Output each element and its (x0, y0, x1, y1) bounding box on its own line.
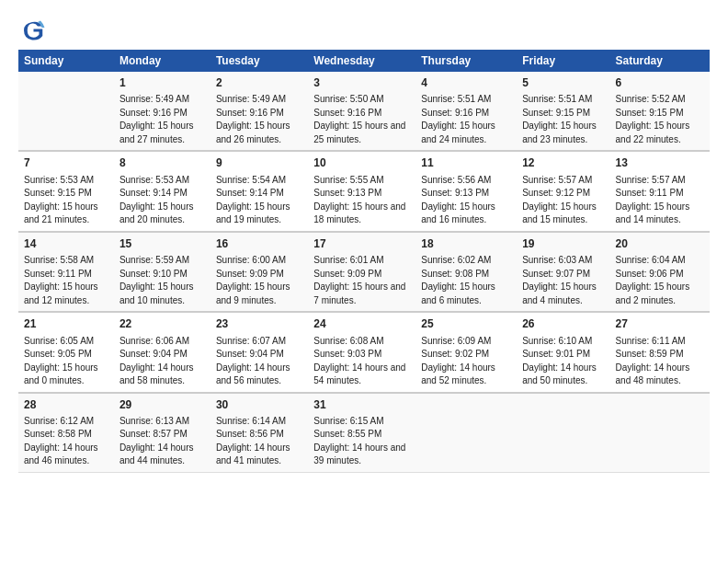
daylight: Daylight: 15 hours and 21 minutes. (24, 201, 98, 225)
sunset: Sunset: 9:04 PM (119, 349, 188, 359)
day-number: 15 (119, 236, 205, 252)
calendar-cell (18, 72, 114, 151)
sunset: Sunset: 8:56 PM (216, 429, 284, 439)
sunrise: Sunrise: 6:08 AM (313, 336, 383, 346)
day-number: 19 (522, 236, 604, 252)
daylight: Daylight: 15 hours and 4 minutes. (522, 282, 597, 305)
header-row: SundayMondayTuesdayWednesdayThursdayFrid… (18, 50, 710, 72)
sunrise: Sunrise: 5:51 AM (522, 94, 592, 104)
day-number: 6 (616, 75, 704, 91)
calendar-cell: 9Sunrise: 5:54 AMSunset: 9:14 PMDaylight… (210, 151, 308, 231)
sunset: Sunset: 9:13 PM (421, 188, 489, 198)
day-number: 8 (119, 155, 205, 171)
day-number: 4 (421, 75, 511, 91)
header-cell-tuesday: Tuesday (210, 50, 308, 72)
calendar-cell: 3Sunrise: 5:50 AMSunset: 9:16 PMDaylight… (308, 72, 415, 151)
calendar-cell: 11Sunrise: 5:56 AMSunset: 9:13 PMDayligh… (415, 151, 517, 231)
calendar-cell: 30Sunrise: 6:14 AMSunset: 8:56 PMDayligh… (210, 393, 308, 473)
sunset: Sunset: 9:09 PM (313, 269, 381, 279)
calendar-cell: 2Sunrise: 5:49 AMSunset: 9:16 PMDaylight… (210, 72, 308, 151)
daylight: Daylight: 15 hours and 24 minutes. (421, 121, 495, 144)
day-number: 20 (616, 236, 704, 252)
day-number: 7 (24, 155, 108, 171)
daylight: Daylight: 15 hours and 14 minutes. (616, 201, 690, 225)
calendar-cell: 6Sunrise: 5:52 AMSunset: 9:15 PMDaylight… (610, 72, 710, 151)
daylight: Daylight: 15 hours and 23 minutes. (522, 121, 597, 144)
daylight: Daylight: 15 hours and 20 minutes. (119, 201, 194, 225)
week-row-3: 14Sunrise: 5:58 AMSunset: 9:11 PMDayligh… (18, 232, 710, 312)
calendar-cell: 21Sunrise: 6:05 AMSunset: 9:05 PMDayligh… (18, 312, 114, 392)
daylight: Daylight: 15 hours and 0 minutes. (24, 362, 98, 386)
day-number: 22 (119, 316, 205, 332)
sunset: Sunset: 9:07 PM (522, 269, 590, 279)
sunset: Sunset: 9:11 PM (616, 188, 684, 198)
sunset: Sunset: 9:16 PM (216, 108, 284, 118)
day-number: 26 (522, 316, 604, 332)
calendar-cell: 5Sunrise: 5:51 AMSunset: 9:15 PMDaylight… (517, 72, 609, 151)
daylight: Daylight: 14 hours and 54 minutes. (313, 362, 405, 386)
sunrise: Sunrise: 6:07 AM (216, 336, 286, 346)
calendar-cell: 31Sunrise: 6:15 AMSunset: 8:55 PMDayligh… (308, 393, 415, 473)
sunset: Sunset: 8:55 PM (313, 429, 381, 439)
calendar-cell: 24Sunrise: 6:08 AMSunset: 9:03 PMDayligh… (308, 312, 415, 392)
sunrise: Sunrise: 5:53 AM (119, 175, 189, 185)
sunset: Sunset: 9:02 PM (421, 349, 489, 359)
day-number: 3 (313, 75, 410, 91)
sunrise: Sunrise: 6:10 AM (522, 336, 592, 346)
logo-icon (18, 17, 46, 44)
daylight: Daylight: 15 hours and 26 minutes. (216, 121, 290, 144)
sunrise: Sunrise: 6:03 AM (522, 255, 592, 265)
daylight: Daylight: 15 hours and 27 minutes. (119, 121, 194, 144)
sunset: Sunset: 9:14 PM (216, 188, 284, 198)
calendar-table: SundayMondayTuesdayWednesdayThursdayFrid… (18, 50, 710, 473)
daylight: Daylight: 14 hours and 58 minutes. (119, 362, 194, 386)
sunset: Sunset: 9:01 PM (522, 349, 590, 359)
sunrise: Sunrise: 6:14 AM (216, 416, 286, 426)
week-row-1: 1Sunrise: 5:49 AMSunset: 9:16 PMDaylight… (18, 72, 710, 151)
sunrise: Sunrise: 5:58 AM (24, 255, 94, 265)
daylight: Daylight: 15 hours and 22 minutes. (616, 121, 690, 144)
sunset: Sunset: 9:06 PM (616, 269, 684, 279)
sunrise: Sunrise: 6:09 AM (421, 336, 491, 346)
calendar-cell: 23Sunrise: 6:07 AMSunset: 9:04 PMDayligh… (210, 312, 308, 392)
day-number: 18 (421, 236, 511, 252)
sunset: Sunset: 9:13 PM (313, 188, 381, 198)
day-number: 10 (313, 155, 410, 171)
calendar-cell: 18Sunrise: 6:02 AMSunset: 9:08 PMDayligh… (415, 232, 517, 312)
sunrise: Sunrise: 5:54 AM (216, 175, 286, 185)
header-cell-saturday: Saturday (610, 50, 710, 72)
sunrise: Sunrise: 6:12 AM (24, 416, 94, 426)
calendar-cell: 1Sunrise: 5:49 AMSunset: 9:16 PMDaylight… (114, 72, 210, 151)
calendar-cell (517, 393, 609, 473)
sunrise: Sunrise: 5:57 AM (522, 175, 592, 185)
day-number: 5 (522, 75, 604, 91)
sunrise: Sunrise: 5:53 AM (24, 175, 94, 185)
sunrise: Sunrise: 5:52 AM (616, 94, 686, 104)
sunrise: Sunrise: 6:01 AM (313, 255, 383, 265)
day-number: 1 (119, 75, 205, 91)
header-cell-monday: Monday (114, 50, 210, 72)
sunset: Sunset: 9:15 PM (24, 188, 92, 198)
header-cell-wednesday: Wednesday (308, 50, 415, 72)
sunrise: Sunrise: 5:55 AM (313, 175, 383, 185)
day-number: 17 (313, 236, 410, 252)
calendar-cell: 27Sunrise: 6:11 AMSunset: 8:59 PMDayligh… (610, 312, 710, 392)
page: SundayMondayTuesdayWednesdayThursdayFrid… (0, 0, 728, 563)
calendar-cell: 14Sunrise: 5:58 AMSunset: 9:11 PMDayligh… (18, 232, 114, 312)
calendar-cell: 25Sunrise: 6:09 AMSunset: 9:02 PMDayligh… (415, 312, 517, 392)
daylight: Daylight: 15 hours and 6 minutes. (421, 282, 495, 305)
sunrise: Sunrise: 5:51 AM (421, 94, 491, 104)
daylight: Daylight: 15 hours and 15 minutes. (522, 201, 597, 225)
sunset: Sunset: 9:03 PM (313, 349, 381, 359)
day-number: 28 (24, 397, 108, 413)
sunrise: Sunrise: 6:04 AM (616, 255, 686, 265)
day-number: 24 (313, 316, 410, 332)
header (18, 17, 710, 44)
day-number: 25 (421, 316, 511, 332)
sunset: Sunset: 9:16 PM (313, 108, 381, 118)
day-number: 16 (216, 236, 302, 252)
day-number: 14 (24, 236, 108, 252)
header-cell-sunday: Sunday (18, 50, 114, 72)
calendar-cell: 10Sunrise: 5:55 AMSunset: 9:13 PMDayligh… (308, 151, 415, 231)
day-number: 31 (313, 397, 410, 413)
